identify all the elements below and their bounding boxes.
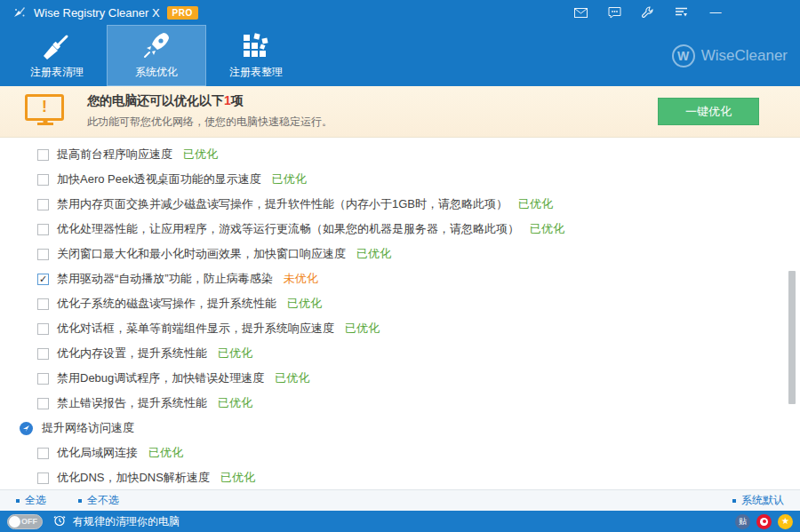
- optimization-row: 优化DNS，加快DNS解析速度已优化: [0, 465, 800, 489]
- optimization-row: 优化子系统的磁盘读写操作，提升系统性能已优化: [0, 291, 800, 316]
- tab-label: 注册表清理: [30, 65, 84, 80]
- toggle-state-label: OFF: [21, 517, 37, 526]
- optimization-row: 优化对话框，菜单等前端组件显示，提升系统响应速度已优化: [0, 316, 800, 341]
- item-status: 已优化: [218, 395, 252, 411]
- group-label: 提升网络访问速度: [42, 420, 134, 436]
- item-status: 已优化: [272, 171, 307, 187]
- item-checkbox[interactable]: [37, 149, 49, 161]
- bullet-icon: [16, 499, 20, 503]
- item-label: 优化处理器性能，让应用程序，游戏等运行更流畅（如果您的机器是服务器，请忽略此项）: [57, 221, 519, 237]
- window-title: Wise Registry Cleaner X: [34, 6, 160, 20]
- schedule-toggle[interactable]: OFF: [7, 514, 43, 529]
- optimization-row: 优化处理器性能，让应用程序，游戏等运行更流畅（如果您的机器是服务器，请忽略此项）…: [0, 217, 800, 242]
- qzone-share-icon[interactable]: ★: [778, 514, 793, 529]
- item-label: 加快Aero Peek透视桌面功能的显示速度: [57, 171, 261, 187]
- item-label: 优化对话框，菜单等前端组件显示，提升系统响应速度: [57, 321, 334, 337]
- optimization-row: 禁用内存页面交换并减少磁盘读写操作，提升软件性能（内存小于1GB时，请忽略此项）…: [0, 192, 800, 217]
- network-group-icon: [20, 422, 33, 435]
- minimize-icon[interactable]: —: [699, 1, 732, 24]
- bullet-icon: [732, 499, 736, 503]
- tab-registry-cleaner[interactable]: 注册表清理: [7, 25, 107, 86]
- select-none-link[interactable]: 全不选: [78, 493, 119, 508]
- item-checkbox[interactable]: [37, 199, 49, 210]
- item-status: 已优化: [148, 445, 183, 461]
- item-label: 优化内存设置，提升系统性能: [57, 345, 207, 361]
- system-default-label: 系统默认: [741, 493, 784, 508]
- broom-icon: [42, 31, 72, 60]
- item-label: 优化子系统的磁盘读写操作，提升系统性能: [57, 296, 276, 312]
- notice-title-prefix: 您的电脑还可以优化以下: [87, 93, 224, 107]
- item-checkbox[interactable]: [37, 298, 49, 310]
- item-status: 已优化: [287, 296, 322, 312]
- notice-title-suffix: 项: [231, 93, 244, 107]
- tab-registry-defrag[interactable]: 注册表整理: [206, 25, 306, 86]
- item-label: 关闭窗口最大化和最小化时动画效果，加快窗口响应速度: [57, 246, 346, 262]
- optimization-row: 优化局域网连接已优化: [0, 441, 800, 465]
- item-label: 提高前台程序响应速度: [57, 147, 172, 163]
- weibo-share-icon[interactable]: [756, 514, 772, 529]
- select-all-label: 全选: [25, 493, 46, 508]
- item-label: 优化局域网连接: [57, 445, 138, 461]
- item-status: 已优化: [275, 370, 309, 386]
- menu-icon[interactable]: [665, 1, 699, 24]
- alarm-clock-icon: [53, 514, 66, 529]
- optimization-row: 优化内存设置，提升系统性能已优化: [0, 341, 800, 366]
- warning-monitor-icon: !: [25, 94, 66, 130]
- optimization-row: 加快Aero Peek透视桌面功能的显示速度已优化: [0, 167, 800, 192]
- selection-footer: 全选 全不选 系统默认: [0, 489, 800, 511]
- optimization-notice-bar: ! 您的电脑还可以优化以下1项 此功能可帮您优化网络，使您的电脑快速稳定运行。 …: [0, 86, 800, 138]
- item-label: 禁用驱动器“自动播放”功能，防止病毒感染: [57, 271, 273, 287]
- defrag-icon: [242, 31, 270, 60]
- bullet-icon: [78, 499, 82, 503]
- tab-system-tuneup[interactable]: 系统优化: [107, 25, 206, 86]
- weibo-eye: [760, 518, 768, 526]
- item-checkbox[interactable]: [37, 398, 49, 409]
- support-icon[interactable]: [631, 1, 665, 24]
- optimization-row: 提高前台程序响应速度已优化: [0, 142, 800, 167]
- item-label: 禁止错误报告，提升系统性能: [57, 395, 207, 411]
- item-status: 已优化: [518, 196, 553, 212]
- item-status: 已优化: [530, 221, 564, 237]
- optimization-list: 提高前台程序响应速度已优化加快Aero Peek透视桌面功能的显示速度已优化禁用…: [0, 138, 800, 489]
- wisecleaner-logo: W WiseCleaner: [672, 25, 788, 86]
- pro-badge: PRO: [167, 6, 198, 20]
- item-checkbox[interactable]: [37, 323, 49, 335]
- main-tab-bar: 注册表清理 系统优化 注册表整理 W WiseCleaner: [0, 25, 800, 86]
- one-click-optimize-button[interactable]: 一键优化: [658, 98, 759, 125]
- app-logo-icon: [12, 5, 27, 20]
- title-bar: Wise Registry Cleaner X PRO —: [0, 0, 800, 25]
- item-label: 禁用Debug调试程序，加快错误处理速度: [57, 370, 264, 386]
- item-status: 已优化: [220, 470, 255, 486]
- tab-label: 系统优化: [135, 65, 178, 80]
- feedback-icon[interactable]: [597, 1, 631, 24]
- item-checkbox[interactable]: [37, 472, 49, 484]
- item-checkbox[interactable]: [37, 348, 49, 360]
- group-header-row[interactable]: 提升网络访问速度: [0, 416, 800, 441]
- item-label: 禁用内存页面交换并减少磁盘读写操作，提升软件性能（内存小于1GB时，请忽略此项）: [57, 196, 508, 212]
- notice-subtitle: 此功能可帮您优化网络，使您的电脑快速稳定运行。: [87, 115, 658, 130]
- item-checkbox[interactable]: [37, 373, 49, 385]
- optimization-row: 禁止错误报告，提升系统性能已优化: [0, 391, 800, 416]
- app-window: Wise Registry Cleaner X PRO —: [0, 0, 800, 532]
- system-default-link[interactable]: 系统默认: [732, 493, 784, 508]
- item-checkbox[interactable]: [37, 448, 49, 459]
- status-bar: OFF 有规律的清理你的电脑 贴 ★: [0, 511, 800, 532]
- item-checkbox[interactable]: [37, 249, 49, 260]
- select-all-link[interactable]: 全选: [16, 493, 46, 508]
- item-checkbox[interactable]: ✓: [37, 274, 49, 285]
- optimization-row: 关闭窗口最大化和最小化时动画效果，加快窗口响应速度已优化: [0, 242, 800, 266]
- select-none-label: 全不选: [87, 493, 119, 508]
- toggle-knob: [9, 516, 20, 528]
- item-status: 已优化: [183, 147, 218, 163]
- notice-title: 您的电脑还可以优化以下1项: [87, 93, 658, 109]
- optimization-row: ✓禁用驱动器“自动播放”功能，防止病毒感染未优化: [0, 266, 800, 291]
- schedule-message: 有规律的清理你的电脑: [73, 514, 180, 529]
- wisecleaner-logo-icon: W: [672, 44, 695, 67]
- scrollbar-thumb[interactable]: [788, 271, 796, 404]
- item-checkbox[interactable]: [37, 174, 49, 186]
- mail-icon[interactable]: [564, 1, 597, 24]
- item-label: 优化DNS，加快DNS解析速度: [57, 470, 210, 486]
- item-status: 已优化: [345, 321, 380, 337]
- tieba-share-icon[interactable]: 贴: [735, 514, 750, 529]
- item-checkbox[interactable]: [37, 224, 49, 235]
